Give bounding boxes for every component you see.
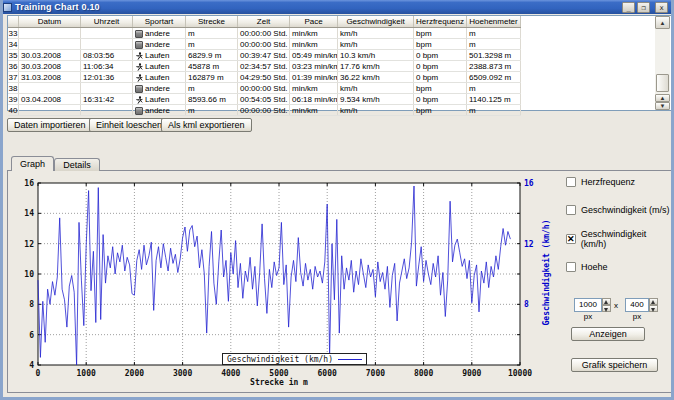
- cell-sport: andere: [133, 83, 186, 93]
- show-button[interactable]: Anzeigen: [571, 327, 645, 341]
- table-row[interactable]: 38anderem00:00:00 Std.min/kmkm/hbpmm: [8, 83, 521, 94]
- table-row[interactable]: 33anderem00:00:00 Std.min/kmkm/hbpmm: [8, 28, 521, 39]
- runner-icon: [135, 74, 143, 82]
- close-icon[interactable]: x: [655, 2, 668, 13]
- cell-geschwindigkeit: km/h: [338, 83, 414, 93]
- cell-datum: [19, 105, 81, 115]
- legend-label: Geschwindigkeit (km/h): [227, 355, 333, 364]
- tick-label: 1000: [69, 369, 103, 378]
- height-up-icon[interactable]: [649, 298, 658, 305]
- table-row[interactable]: 3731.03.200812:01:36Laufen162879 m04:29:…: [8, 72, 521, 83]
- width-down-icon[interactable]: [602, 305, 611, 312]
- cell-strecke: 45878 m: [186, 61, 238, 71]
- tab-graph[interactable]: Graph: [11, 156, 54, 171]
- height-down-icon[interactable]: [649, 305, 658, 312]
- column-header-datum[interactable]: Datum: [19, 16, 81, 27]
- checked-checkbox-icon[interactable]: ✕: [566, 234, 576, 244]
- column-header-uhrzeit[interactable]: Uhrzeit: [81, 16, 133, 27]
- column-header-strecke[interactable]: Strecke: [186, 16, 238, 27]
- cell-geschwindigkeit: 9.534 km/h: [338, 94, 414, 104]
- table-row[interactable]: 3903.04.200816:31:42Laufen8593.66 m00:54…: [8, 94, 521, 105]
- checkbox-label: Geschwindigkeit (km/h): [581, 229, 671, 249]
- cell-uhrzeit: [81, 105, 133, 115]
- cell-strecke: 8593.66 m: [186, 94, 238, 104]
- scroll-up-icon[interactable]: ▲: [655, 16, 670, 29]
- cell-pace: 05:49 min/km: [290, 50, 338, 60]
- cell-strecke: m: [186, 105, 238, 115]
- checkbox-label: Geschwindigkeit (m/s): [581, 205, 670, 215]
- unchecked-checkbox-icon[interactable]: [566, 205, 576, 215]
- tab-details[interactable]: Details: [54, 158, 100, 171]
- training-table-scrollpane: DatumUhrzeitSportartStreckeZeitPaceGesch…: [7, 15, 673, 111]
- minimize-icon[interactable]: _: [622, 2, 635, 13]
- table-vertical-scrollbar[interactable]: ▲ ▲ ▼: [655, 16, 670, 110]
- checkbox-label: Hoehe: [581, 262, 608, 272]
- row-number: 35: [8, 50, 19, 60]
- cell-hoehenmeter: 6509.092 m: [467, 72, 521, 82]
- cell-zeit: 02:34:57 Std.: [238, 61, 290, 71]
- import-data-button[interactable]: Daten importieren: [7, 118, 93, 132]
- row-number: 40: [8, 105, 19, 115]
- column-header-geschwindigkeit[interactable]: Geschwindigkeit: [338, 16, 414, 27]
- height-value[interactable]: 400 px: [625, 298, 649, 312]
- window-title: Training Chart 0.10: [15, 2, 100, 12]
- delete-unit-button[interactable]: Einheit loeschen: [89, 118, 169, 132]
- scroll-up2-icon[interactable]: ▲: [655, 94, 670, 102]
- unchecked-checkbox-icon[interactable]: [566, 177, 576, 187]
- cell-datum: [19, 83, 81, 93]
- tick-label: 12: [524, 240, 534, 249]
- width-value[interactable]: 1000 px: [574, 298, 602, 312]
- height-spinner[interactable]: 400 px: [625, 298, 658, 312]
- cell-hoehenmeter: 501.3298 m: [467, 50, 521, 60]
- column-header-zeit[interactable]: Zeit: [238, 16, 290, 27]
- cell-geschwindigkeit: 17.76 km/h: [338, 61, 414, 71]
- cell-sport: Laufen: [133, 94, 186, 104]
- cell-hoehenmeter: 1140.125 m: [467, 94, 521, 104]
- table-row[interactable]: 3530.03.200808:03:56Laufen6829.9 m00:39:…: [8, 50, 521, 61]
- table-row[interactable]: 3630.03.200811:06:34Laufen45878 m02:34:5…: [8, 61, 521, 72]
- checkbox-row-geschwindigkeit-km-h-[interactable]: ✕Geschwindigkeit (km/h): [566, 233, 671, 245]
- column-header-hoehenmeter[interactable]: Hoehenmeter: [467, 16, 521, 27]
- andere-icon: [135, 30, 143, 38]
- cell-geschwindigkeit: km/h: [338, 39, 414, 49]
- cell-datum: [19, 28, 81, 38]
- dimensions-separator: x: [614, 301, 618, 310]
- cell-zeit: 00:00:00 Std.: [238, 28, 290, 38]
- checkbox-row-herzfrequenz[interactable]: Herzfrequenz: [566, 176, 635, 188]
- cell-strecke: m: [186, 39, 238, 49]
- restore-icon[interactable]: ❐: [637, 2, 650, 13]
- cell-sport: Laufen: [133, 50, 186, 60]
- tick-label: 9000: [455, 369, 489, 378]
- scroll-down-icon[interactable]: ▼: [655, 102, 670, 110]
- cell-sport: Laufen: [133, 61, 186, 71]
- cell-uhrzeit: 16:31:42: [81, 94, 133, 104]
- tick-label: 16: [12, 179, 34, 188]
- checkbox-row-hoehe[interactable]: Hoehe: [566, 261, 608, 273]
- save-graphic-button[interactable]: Grafik speichern: [571, 358, 658, 372]
- column-header-sportart[interactable]: Sportart: [133, 16, 186, 27]
- tick-label: 6: [12, 331, 34, 340]
- cell-uhrzeit: [81, 39, 133, 49]
- chart-plot-area: [38, 183, 520, 365]
- cell-hoehenmeter: m: [467, 39, 521, 49]
- table-row[interactable]: 40anderem00:00:00 Std.min/kmkm/hbpmm: [8, 105, 521, 116]
- cell-pace: min/km: [290, 105, 338, 115]
- checkbox-row-geschwindigkeit-m-s-[interactable]: Geschwindigkeit (m/s): [566, 204, 670, 216]
- andere-icon: [135, 107, 143, 115]
- column-header-herzfrequenz[interactable]: Herzfrequenz: [414, 16, 467, 27]
- runner-icon: [135, 96, 143, 104]
- table-row[interactable]: 34anderem00:00:00 Std.min/kmkm/hbpmm: [8, 39, 521, 50]
- unchecked-checkbox-icon[interactable]: [566, 262, 576, 272]
- width-spinner[interactable]: 1000 px: [574, 298, 611, 312]
- row-number: 36: [8, 61, 19, 71]
- cell-pace: min/km: [290, 83, 338, 93]
- width-up-icon[interactable]: [602, 298, 611, 305]
- titlebar[interactable]: Training Chart 0.10 _ ❐ x: [0, 0, 674, 14]
- scrollbar-thumb[interactable]: [656, 74, 669, 92]
- export-kml-button[interactable]: Als kml exportieren: [161, 118, 252, 132]
- tick-label: 8: [524, 300, 529, 309]
- cell-sport: andere: [133, 105, 186, 115]
- column-header-pace[interactable]: Pace: [290, 16, 338, 27]
- x-axis-title: Strecke in m: [219, 378, 339, 387]
- right-y-axis-title: Geschwindigkeit (km/h): [542, 198, 551, 348]
